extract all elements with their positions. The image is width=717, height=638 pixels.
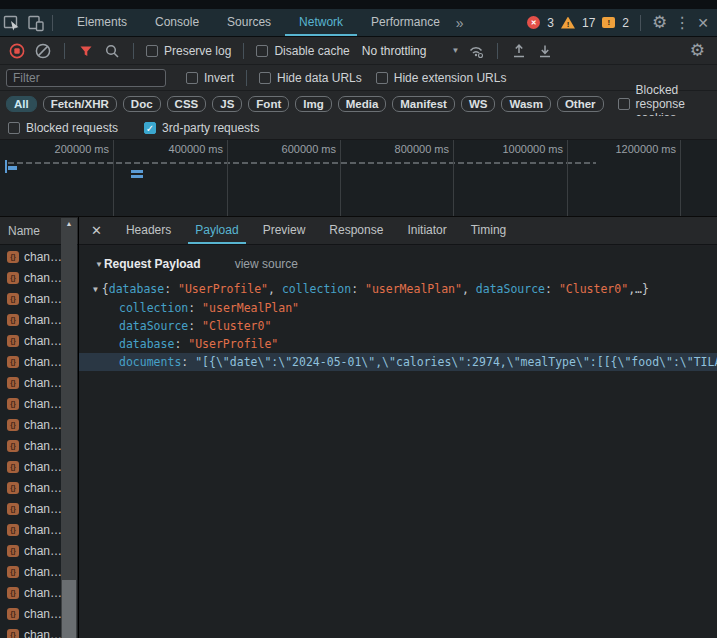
payload-prop-collection[interactable]: collection: "userMealPlan" bbox=[79, 299, 717, 317]
detail-tab-headers[interactable]: Headers bbox=[119, 217, 178, 244]
request-row[interactable]: {}chan… bbox=[0, 246, 61, 267]
xhr-icon: {} bbox=[7, 503, 19, 515]
disable-cache-checkbox[interactable] bbox=[256, 45, 268, 57]
request-row[interactable]: {}chan… bbox=[0, 393, 61, 414]
devtools-window: ElementsConsoleSourcesNetworkPerformance… bbox=[0, 0, 717, 638]
xhr-icon: {} bbox=[7, 545, 19, 557]
detail-tab-response[interactable]: Response bbox=[322, 217, 390, 244]
filter-pill-fetch-xhr[interactable]: Fetch/XHR bbox=[43, 96, 117, 112]
disable-cache-label: Disable cache bbox=[274, 44, 349, 58]
filter-pill-all[interactable]: All bbox=[6, 96, 37, 112]
network-settings-gear-icon[interactable]: ⚙ bbox=[690, 42, 717, 59]
third-party-requests-checkbox[interactable]: ✓ bbox=[144, 122, 156, 134]
import-har-icon[interactable] bbox=[510, 42, 528, 60]
request-row[interactable]: {}chan… bbox=[0, 414, 61, 435]
payload-token: ,…} bbox=[628, 282, 649, 296]
preserve-log-checkbox[interactable] bbox=[146, 45, 158, 57]
hide-extension-urls-checkbox[interactable] bbox=[376, 72, 388, 84]
request-row[interactable]: {}chan… bbox=[0, 435, 61, 456]
blocked-response-cookies-checkbox[interactable] bbox=[618, 98, 630, 110]
blocked-requests-checkbox[interactable] bbox=[8, 122, 20, 134]
payload-prop-documents[interactable]: documents: "[{\"date\":\"2024-05-01\",\"… bbox=[79, 353, 717, 371]
filter-pill-font[interactable]: Font bbox=[248, 96, 289, 112]
tab-performance[interactable]: Performance bbox=[357, 9, 454, 36]
filter-pill-manifest[interactable]: Manifest bbox=[392, 96, 455, 112]
payload-token: "UserProfile" bbox=[178, 282, 268, 296]
request-row[interactable]: {}chan… bbox=[0, 330, 61, 351]
request-row[interactable]: {}chan… bbox=[0, 603, 61, 624]
filter-pill-doc[interactable]: Doc bbox=[123, 96, 161, 112]
filter-pill-js[interactable]: JS bbox=[212, 96, 242, 112]
scroll-up-arrow-icon[interactable]: ▲ bbox=[61, 220, 77, 227]
request-row[interactable]: {}chan… bbox=[0, 372, 61, 393]
filter-pill-css[interactable]: CSS bbox=[167, 96, 207, 112]
root-disclosure-icon[interactable]: ▼ bbox=[93, 285, 98, 294]
detail-tab-payload[interactable]: Payload bbox=[188, 217, 245, 244]
warning-count: 17 bbox=[582, 16, 595, 30]
console-warning-icon[interactable]: ! bbox=[561, 17, 575, 29]
hide-data-urls-checkbox[interactable] bbox=[259, 72, 271, 84]
record-network-log-icon[interactable] bbox=[8, 42, 26, 60]
request-row[interactable]: {}chan… bbox=[0, 309, 61, 330]
settings-gear-icon[interactable]: ⚙ bbox=[652, 14, 667, 31]
section-disclosure-icon[interactable]: ▼ bbox=[95, 260, 103, 269]
filter-pill-wasm[interactable]: Wasm bbox=[501, 96, 550, 112]
view-source-link[interactable]: view source bbox=[235, 257, 298, 271]
search-icon[interactable] bbox=[103, 42, 121, 60]
filter-pill-img[interactable]: Img bbox=[295, 96, 331, 112]
filter-pill-media[interactable]: Media bbox=[338, 96, 387, 112]
request-row[interactable]: {}chan… bbox=[0, 540, 61, 561]
tab-sources[interactable]: Sources bbox=[213, 9, 285, 36]
invert-checkbox[interactable] bbox=[186, 72, 198, 84]
request-row[interactable]: {}chan… bbox=[0, 561, 61, 582]
request-row[interactable]: {}chan… bbox=[0, 456, 61, 477]
network-overview-timeline[interactable]: 200000 ms400000 ms600000 ms800000 ms1000… bbox=[0, 140, 717, 217]
request-list-scrollbar[interactable]: ▲ bbox=[61, 218, 77, 638]
blocked-requests-label: Blocked requests bbox=[26, 121, 118, 135]
tab-console[interactable]: Console bbox=[141, 9, 213, 36]
request-row[interactable]: {}chan… bbox=[0, 288, 61, 309]
request-payload-section-header[interactable]: ▼ Request Payload view source bbox=[95, 257, 717, 271]
detail-tab-timing[interactable]: Timing bbox=[464, 217, 514, 244]
hide-data-urls-group: Hide data URLs bbox=[259, 71, 362, 85]
payload-prop-datasource[interactable]: dataSource: "Cluster0" bbox=[79, 317, 717, 335]
close-detail-icon[interactable]: ✕ bbox=[91, 223, 102, 238]
more-tabs-chevron[interactable]: » bbox=[456, 15, 464, 31]
scrollbar-thumb[interactable] bbox=[62, 580, 76, 638]
payload-prop-value: "UserProfile" bbox=[188, 337, 278, 351]
request-name: chan… bbox=[24, 544, 61, 558]
detail-tab-initiator[interactable]: Initiator bbox=[400, 217, 453, 244]
issues-icon[interactable]: ! bbox=[602, 17, 615, 28]
tab-network[interactable]: Network bbox=[285, 9, 357, 36]
close-devtools-icon[interactable]: ✕ bbox=[697, 16, 709, 30]
filter-input[interactable] bbox=[6, 69, 166, 87]
request-row[interactable]: {}chan… bbox=[0, 624, 61, 638]
device-toolbar-icon[interactable] bbox=[24, 11, 48, 35]
payload-token: collection bbox=[282, 282, 351, 296]
kebab-menu-icon[interactable]: ⋮ bbox=[674, 15, 690, 31]
tab-elements[interactable]: Elements bbox=[63, 9, 141, 36]
network-conditions-icon[interactable] bbox=[467, 42, 485, 60]
throttling-dropdown[interactable]: No throttling ▼ bbox=[362, 44, 460, 58]
payload-prop-database[interactable]: database: "UserProfile" bbox=[79, 335, 717, 353]
filter-pill-other[interactable]: Other bbox=[557, 96, 604, 112]
request-row[interactable]: {}chan… bbox=[0, 267, 61, 288]
filter-funnel-icon[interactable] bbox=[77, 42, 95, 60]
timeline-tick-label: 1200000 ms bbox=[588, 143, 676, 155]
inspect-element-icon[interactable] bbox=[0, 11, 24, 35]
xhr-icon: {} bbox=[7, 587, 19, 599]
request-row[interactable]: {}chan… bbox=[0, 582, 61, 603]
export-har-icon[interactable] bbox=[536, 42, 554, 60]
timeline-gridline bbox=[227, 140, 228, 216]
clear-network-log-icon[interactable] bbox=[34, 42, 52, 60]
request-row[interactable]: {}chan… bbox=[0, 477, 61, 498]
console-error-icon[interactable]: ✕ bbox=[527, 16, 540, 29]
request-row[interactable]: {}chan… bbox=[0, 519, 61, 540]
payload-root-row[interactable]: ▼{database: "UserProfile", collection: "… bbox=[93, 282, 717, 296]
detail-tab-preview[interactable]: Preview bbox=[256, 217, 313, 244]
request-row[interactable]: {}chan… bbox=[0, 351, 61, 372]
xhr-icon: {} bbox=[7, 356, 19, 368]
request-row[interactable]: {}chan… bbox=[0, 498, 61, 519]
timeline-tick-label: 1000000 ms bbox=[475, 143, 563, 155]
filter-pill-ws[interactable]: WS bbox=[461, 96, 496, 112]
